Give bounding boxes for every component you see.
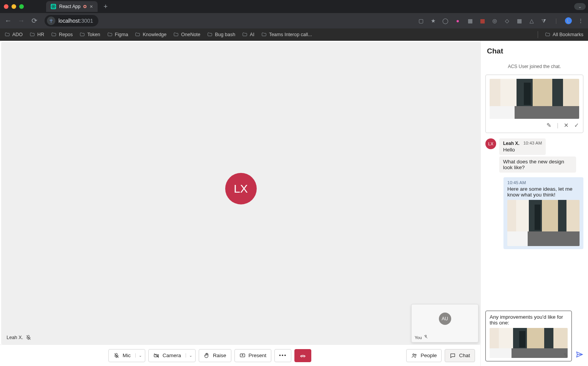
message-text: Hello <box>503 147 542 153</box>
message-composer[interactable]: Any improvements you'd like for this one… <box>485 311 572 361</box>
tab-strip: React App × + ⌄ <box>0 0 588 13</box>
extensions-icon[interactable]: ⧩ <box>540 17 547 24</box>
chat-button[interactable]: Chat <box>445 349 475 362</box>
tab-title: React App <box>59 4 80 9</box>
people-icon <box>411 353 417 359</box>
ext-icon-3[interactable]: ▦ <box>467 17 473 24</box>
remove-attachment-icon[interactable]: ✕ <box>564 122 569 129</box>
chat-icon <box>450 353 456 359</box>
video-stage: LX Leah X. AU You <box>1 42 480 344</box>
ext-icon-1[interactable]: ◯ <box>442 17 449 24</box>
chat-messages[interactable]: ACS User joined the chat. ✎ | ✕ ✓ LX Lea… <box>481 58 588 307</box>
minimize-window-icon[interactable] <box>12 4 16 9</box>
hangup-icon <box>300 353 306 359</box>
bookmark-knowledge[interactable]: Knowledge <box>135 32 166 37</box>
self-avatar: AU <box>439 313 451 325</box>
svg-point-10 <box>413 354 414 355</box>
self-label: You <box>412 333 478 342</box>
profile-avatar[interactable]: L <box>565 17 572 24</box>
hand-icon <box>204 353 210 359</box>
bookmark-ado[interactable]: ADO <box>5 32 23 37</box>
camera-button[interactable]: Camera ⌄ <box>148 349 196 362</box>
present-button[interactable]: Present <box>234 349 272 362</box>
send-button[interactable] <box>576 351 583 361</box>
participant-label: Leah X. <box>7 334 32 341</box>
cast-icon[interactable]: ▢ <box>417 17 424 24</box>
maximize-window-icon[interactable] <box>19 4 24 9</box>
mic-off-icon <box>113 353 120 359</box>
composer-text[interactable]: Any improvements you'd like for this one… <box>490 314 568 326</box>
message-item: What does the new design look like? <box>499 156 583 173</box>
address-bar[interactable]: localhost:3001 <box>45 15 98 27</box>
raise-hand-button[interactable]: Raise <box>199 349 231 362</box>
close-tab-icon[interactable]: × <box>90 3 93 10</box>
camera-off-icon <box>153 353 159 359</box>
ext-icon-6[interactable]: ◇ <box>503 17 510 24</box>
bookmark-onenote[interactable]: OneNote <box>173 32 200 37</box>
mic-off-icon <box>25 334 32 341</box>
confirm-attachment-icon[interactable]: ✓ <box>574 122 579 129</box>
site-info-icon[interactable] <box>47 17 55 25</box>
edit-attachment-icon[interactable]: ✎ <box>546 122 551 129</box>
bookmark-bugbash[interactable]: Bug bash <box>207 32 235 37</box>
attachment-preview[interactable]: ✎ | ✕ ✓ <box>485 75 583 133</box>
mic-button[interactable]: Mic ⌄ <box>108 349 145 362</box>
composer-edit-icon[interactable]: ✎ <box>563 352 568 359</box>
ext-icon-5[interactable]: ◎ <box>491 17 498 24</box>
message-image[interactable] <box>507 200 580 246</box>
bookmark-repos[interactable]: Repos <box>51 32 73 37</box>
call-controls: Mic ⌄ Camera ⌄ Raise Present ••• <box>0 344 480 366</box>
end-call-button[interactable] <box>294 349 311 362</box>
message-bubble[interactable]: Leah X. 10:43 AM Hello <box>499 138 546 155</box>
ext-icon-4[interactable]: ▦ <box>479 17 486 24</box>
chat-panel: Chat ACS User joined the chat. ✎ | ✕ ✓ L… <box>480 41 588 366</box>
chat-title: Chat <box>481 41 588 58</box>
bookmark-token[interactable]: Token <box>80 32 100 37</box>
participant-avatar: LX <box>225 173 257 204</box>
composer-attachment-image[interactable] <box>490 328 568 358</box>
share-screen-icon <box>239 353 246 359</box>
browser-toolbar: ← → ⟳ localhost:3001 ▢ ★ ◯ ● ▦ ▦ ◎ ◇ ▦ △… <box>0 13 588 28</box>
message-text: What does the new design look like? <box>503 159 572 170</box>
back-button[interactable]: ← <box>4 17 12 25</box>
svg-point-0 <box>53 6 54 7</box>
bookmark-figma[interactable]: Figma <box>107 32 128 37</box>
svg-line-5 <box>424 335 427 338</box>
bookmark-hr[interactable]: HR <box>30 32 44 37</box>
app-root: LX Leah X. AU You <box>0 41 588 366</box>
ext-icon-2[interactable]: ● <box>454 17 461 24</box>
react-favicon <box>51 4 56 9</box>
browser-tab[interactable]: React App × <box>46 1 98 12</box>
system-message: ACS User joined the chat. <box>485 64 583 69</box>
window-controls[interactable] <box>4 4 24 9</box>
mic-off-icon <box>424 334 430 341</box>
tab-overflow-button[interactable]: ⌄ <box>574 3 586 10</box>
bookmarks-bar: ADO HR Repos Token Figma Knowledge OneNo… <box>0 28 588 41</box>
close-window-icon[interactable] <box>4 4 8 9</box>
ext-icon-7[interactable]: ▦ <box>516 17 523 24</box>
composer-area: Any improvements you'd like for this one… <box>481 307 588 366</box>
message-item: LX Leah X. 10:43 AM Hello <box>485 138 583 155</box>
sender-name: Leah X. <box>503 141 520 146</box>
message-bubble[interactable]: 10:45 AM Here are some ideas, let me kno… <box>503 177 583 249</box>
bookmark-ai[interactable]: AI <box>242 32 254 37</box>
ext-icon-8[interactable]: △ <box>528 17 535 24</box>
message-bubble[interactable]: What does the new design look like? <box>499 156 576 173</box>
attachment-image[interactable] <box>490 79 579 119</box>
people-button[interactable]: People <box>406 349 442 362</box>
bookmark-teams[interactable]: Teams Interop call... <box>261 32 312 37</box>
menu-icon[interactable]: ⋮ <box>577 17 584 24</box>
url-text: localhost:3001 <box>58 18 93 24</box>
sender-avatar: LX <box>485 138 496 149</box>
message-time: 10:43 AM <box>523 141 542 146</box>
reload-button[interactable]: ⟳ <box>30 17 38 25</box>
new-tab-button[interactable]: + <box>101 3 111 11</box>
self-view[interactable]: AU You <box>411 304 478 343</box>
more-icon: ••• <box>279 353 287 358</box>
mic-menu[interactable]: ⌄ <box>135 353 145 358</box>
all-bookmarks-button[interactable]: All Bookmarks <box>545 32 583 37</box>
camera-menu[interactable]: ⌄ <box>186 353 195 358</box>
more-button[interactable]: ••• <box>274 349 291 362</box>
bookmark-star-icon[interactable]: ★ <box>430 17 437 24</box>
message-time: 10:45 AM <box>507 180 580 185</box>
